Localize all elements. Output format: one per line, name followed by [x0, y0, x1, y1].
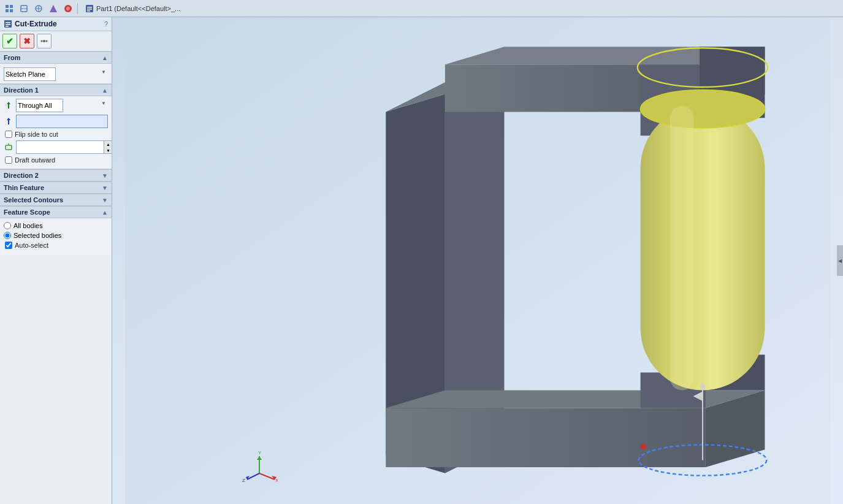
cut-extrude-icon — [4, 20, 12, 28]
direction1-section-header[interactable]: Direction 1 ▲ — [0, 84, 112, 96]
svg-point-22 — [46, 40, 48, 42]
auto-select-row: Auto-select — [4, 242, 108, 249]
draft-angle-spinner[interactable]: ▲ ▼ — [104, 141, 112, 153]
svg-rect-44 — [641, 106, 765, 391]
thin-feature-section-header[interactable]: Thin Feature ▼ — [0, 181, 112, 194]
selected-contours-section-header[interactable]: Selected Contours ▼ — [0, 194, 112, 206]
direction1-blue-arrow-icon — [4, 116, 13, 126]
toolbar-icon-3[interactable] — [32, 2, 45, 15]
direction2-collapse-arrow: ▼ — [102, 172, 108, 179]
flip-side-label: Flip side to cut — [15, 131, 58, 138]
from-label: From — [4, 54, 21, 61]
svg-text:X: X — [275, 478, 278, 483]
direction1-type-row: Through All — [4, 99, 108, 112]
from-dropdown[interactable]: Sketch Plane — [4, 67, 56, 81]
svg-point-53 — [641, 443, 647, 449]
all-bodies-radio[interactable] — [4, 222, 11, 229]
direction2-label: Direction 2 — [4, 172, 39, 179]
feature-scope-content: All bodies Selected bodies Auto-select — [0, 218, 112, 255]
cancel-button[interactable]: ✖ — [20, 34, 34, 48]
direction1-label: Direction 1 — [4, 86, 39, 94]
svg-text:Z: Z — [242, 478, 245, 483]
feature-scope-section-header[interactable]: Feature Scope ▲ — [0, 206, 112, 218]
flip-side-row: Flip side to cut — [4, 131, 108, 138]
viewport[interactable]: X Y Z ◀ — [112, 17, 843, 504]
svg-rect-0 — [6, 5, 9, 8]
panel-title-container: Cut-Extrude — [4, 20, 57, 28]
action-buttons-row: ✔ ✖ — [0, 31, 112, 52]
svg-rect-19 — [6, 26, 9, 27]
panel-header: Cut-Extrude ? — [0, 17, 112, 31]
selected-bodies-radio[interactable] — [4, 232, 11, 239]
selected-bodies-row: Selected bodies — [4, 232, 108, 239]
direction1-type-dropdown[interactable]: Through All — [16, 99, 63, 112]
all-bodies-row: All bodies — [4, 222, 108, 229]
help-button[interactable]: ? — [104, 20, 108, 28]
draft-outward-label: Draft outward — [15, 156, 55, 164]
svg-point-11 — [66, 7, 70, 10]
options-icon — [40, 37, 48, 45]
draft-angle-input-wrapper: ▲ ▼ — [16, 140, 112, 154]
svg-rect-15 — [87, 10, 90, 12]
panel-title-text: Cut-Extrude — [15, 20, 57, 28]
svg-rect-17 — [6, 22, 10, 23]
from-collapse-arrow: ▲ — [102, 55, 108, 61]
svg-rect-13 — [87, 7, 92, 8]
toolbar-divider — [77, 3, 78, 14]
toolbar-icon-4[interactable] — [47, 2, 60, 15]
svg-rect-18 — [6, 24, 10, 25]
main-area: Cut-Extrude ? ✔ ✖ From ▲ — [0, 17, 843, 504]
selected-contours-collapse-arrow: ▼ — [102, 197, 108, 204]
title-bar: Part1 (Default<<Default>_... — [80, 4, 841, 13]
feature-scope-label: Feature Scope — [4, 208, 50, 216]
from-section-header[interactable]: From ▲ — [0, 52, 112, 64]
svg-point-21 — [41, 40, 43, 42]
from-section-content: Sketch Plane — [0, 64, 112, 84]
svg-marker-26 — [7, 118, 10, 120]
toolbar-icon-1[interactable] — [2, 2, 16, 15]
svg-marker-36 — [386, 408, 706, 468]
svg-marker-37 — [386, 391, 765, 408]
draft-icon — [4, 142, 13, 152]
svg-rect-2 — [6, 9, 9, 12]
from-dropdown-wrapper: Sketch Plane — [4, 67, 108, 81]
svg-rect-1 — [10, 5, 13, 8]
svg-rect-27 — [6, 145, 12, 150]
svg-text:Y: Y — [258, 450, 262, 456]
svg-rect-14 — [87, 9, 92, 10]
all-bodies-label: All bodies — [13, 222, 43, 229]
thin-feature-label: Thin Feature — [4, 184, 44, 191]
confirm-icon: ✔ — [6, 36, 13, 46]
viewport-collapse-handle[interactable]: ◀ — [837, 245, 843, 276]
direction1-text-input[interactable] — [16, 115, 108, 128]
cancel-icon: ✖ — [23, 36, 31, 46]
draft-outward-checkbox[interactable] — [5, 156, 12, 164]
draft-angle-input[interactable] — [17, 141, 104, 153]
svg-marker-58 — [257, 456, 262, 460]
auto-select-checkbox[interactable] — [5, 242, 12, 249]
direction1-collapse-arrow: ▲ — [102, 87, 108, 94]
svg-point-45 — [641, 90, 765, 128]
toolbar-icon-2[interactable] — [17, 2, 31, 15]
toolbar-icon-5[interactable] — [61, 2, 75, 15]
direction1-field-row — [4, 115, 108, 128]
svg-point-20 — [43, 40, 45, 42]
3d-model-svg — [112, 17, 843, 504]
flip-side-checkbox[interactable] — [5, 131, 12, 138]
direction2-section-header[interactable]: Direction 2 ▼ — [0, 169, 112, 181]
left-panel: Cut-Extrude ? ✔ ✖ From ▲ — [0, 17, 112, 504]
draft-angle-up[interactable]: ▲ — [104, 141, 112, 147]
thin-feature-collapse-arrow: ▼ — [102, 185, 108, 191]
feature-scope-collapse-arrow: ▲ — [102, 209, 108, 216]
svg-rect-46 — [670, 106, 694, 391]
selected-contours-label: Selected Contours — [4, 196, 63, 204]
draft-angle-row: ▲ ▼ — [4, 140, 108, 154]
draft-angle-down[interactable]: ▼ — [104, 147, 112, 153]
options-button[interactable] — [37, 34, 51, 48]
direction1-content: Through All Flip side to cut — [0, 96, 112, 169]
top-toolbar: Part1 (Default<<Default>_... — [0, 0, 843, 17]
draft-outward-row: Draft outward — [4, 156, 108, 164]
svg-rect-3 — [10, 9, 13, 12]
direction1-arrow-icon — [4, 101, 13, 110]
confirm-button[interactable]: ✔ — [2, 34, 17, 48]
